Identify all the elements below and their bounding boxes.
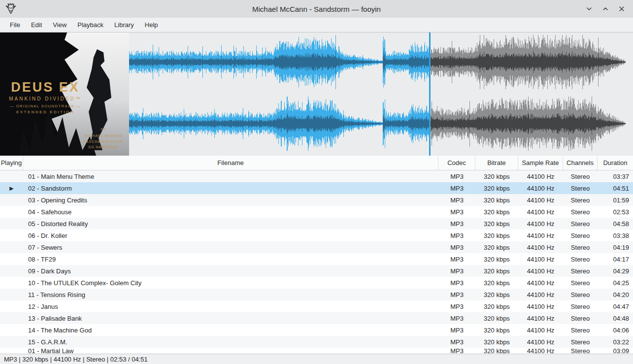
- track-duration: 03:38: [598, 230, 633, 241]
- track-filename: 02 - Sandstorm: [23, 182, 438, 194]
- track-sample-rate: 44100 Hz: [518, 182, 563, 194]
- album-art-title-block: DEUS EX MANKIND DIVIDED™ — ORIGINAL SOUN…: [7, 80, 84, 114]
- track-channels: Stereo: [563, 289, 598, 300]
- track-row[interactable]: 07 - SewersMP3320 kbps44100 HzStereo04:1…: [0, 241, 633, 253]
- column-header-playing[interactable]: Playing: [0, 156, 23, 170]
- track-bitrate: 320 kbps: [475, 300, 518, 312]
- menu-view[interactable]: View: [47, 18, 72, 32]
- playing-cell: [0, 230, 23, 241]
- track-duration: 04:17: [598, 253, 633, 265]
- maximize-button[interactable]: [601, 5, 609, 13]
- column-header-sample-rate[interactable]: Sample Rate: [518, 156, 563, 170]
- track-duration: 01:59: [598, 194, 633, 206]
- track-sample-rate: 44100 Hz: [518, 170, 563, 182]
- track-sample-rate: 44100 Hz: [518, 230, 563, 241]
- menu-playback[interactable]: Playback: [72, 18, 109, 32]
- track-filename: 09 - Dark Days: [23, 265, 438, 277]
- track-row[interactable]: 15 - G.A.R.M.MP3320 kbps44100 HzStereo03…: [0, 336, 633, 348]
- menu-library[interactable]: Library: [109, 18, 139, 32]
- album-art: DEUS EX MANKIND DIVIDED™ — ORIGINAL SOUN…: [0, 33, 129, 156]
- track-channels: Stereo: [563, 348, 598, 354]
- playing-cell: [0, 206, 23, 218]
- track-row[interactable]: 14 - The Machine GodMP3320 kbps44100 HzS…: [0, 324, 633, 336]
- track-row[interactable]: 11 - Tensions RisingMP3320 kbps44100 HzS…: [0, 289, 633, 300]
- track-codec: MP3: [438, 182, 475, 194]
- track-duration: 03:37: [598, 170, 633, 182]
- track-bitrate: 320 kbps: [475, 218, 518, 230]
- track-duration: 04:48: [598, 312, 633, 324]
- menu-help[interactable]: Help: [139, 18, 164, 32]
- track-channels: Stereo: [563, 206, 598, 218]
- playing-cell: [0, 312, 23, 324]
- track-channels: Stereo: [563, 230, 598, 241]
- track-channels: Stereo: [563, 241, 598, 253]
- album-art-soundtrack-line: — ORIGINAL SOUNDTRACK —: [7, 104, 84, 108]
- window-controls: [585, 5, 633, 13]
- track-duration: 04:25: [598, 277, 633, 289]
- track-row[interactable]: 10 - The UTULEK Complex- Golem CityMP332…: [0, 277, 633, 289]
- playing-cell: [0, 194, 23, 206]
- track-row[interactable]: 09 - Dark DaysMP3320 kbps44100 HzStereo0…: [0, 265, 633, 277]
- album-art-subtitle: MANKIND DIVIDED™: [7, 96, 84, 101]
- track-bitrate: 320 kbps: [475, 241, 518, 253]
- track-codec: MP3: [438, 289, 475, 300]
- track-bitrate: 320 kbps: [475, 289, 518, 300]
- track-row[interactable]: 06 - Dr. KollerMP3320 kbps44100 HzStereo…: [0, 230, 633, 241]
- track-row[interactable]: 12 - JanusMP3320 kbps44100 HzStereo04:47: [0, 300, 633, 312]
- track-duration: 03:22: [598, 336, 633, 348]
- track-channels: Stereo: [563, 170, 598, 182]
- track-codec: MP3: [438, 277, 475, 289]
- column-header-channels[interactable]: Channels: [563, 156, 598, 170]
- track-bitrate: 320 kbps: [475, 277, 518, 289]
- playing-cell: [0, 324, 23, 336]
- track-row[interactable]: 03 - Opening CreditsMP3320 kbps44100 HzS…: [0, 194, 633, 206]
- track-filename: 11 - Tensions Rising: [23, 289, 438, 300]
- playing-cell: [0, 170, 23, 182]
- track-codec: MP3: [438, 170, 475, 182]
- track-channels: Stereo: [563, 300, 598, 312]
- track-filename: 01 - Martial Law: [23, 348, 438, 354]
- column-header-filename[interactable]: Filename: [23, 156, 438, 170]
- fooyin-window: Michael McCann - Sandstorm — fooyin File…: [0, 0, 633, 364]
- track-codec: MP3: [438, 218, 475, 230]
- album-art-credit-line: ED HARRISON: [83, 144, 123, 150]
- column-header-bitrate[interactable]: Bitrate: [475, 156, 518, 170]
- track-codec: MP3: [438, 348, 475, 354]
- track-codec: MP3: [438, 206, 475, 218]
- track-filename: 13 - Palisade Bank: [23, 312, 438, 324]
- track-filename: 06 - Dr. Koller: [23, 230, 438, 241]
- playback-status-text: MP3 | 320 kbps | 44100 Hz | Stereo | 02:…: [4, 356, 148, 363]
- album-art-credit-line: SASCHA DIKICIYAN: [83, 139, 123, 145]
- playing-cell: ▶: [0, 182, 23, 194]
- track-row[interactable]: 01 - Main Menu ThemeMP3320 kbps44100 HzS…: [0, 170, 633, 182]
- track-row[interactable]: ▶02 - SandstormMP3320 kbps44100 HzStereo…: [0, 182, 633, 194]
- track-bitrate: 320 kbps: [475, 312, 518, 324]
- statusbar: MP3 | 320 kbps | 44100 Hz | Stereo | 02:…: [0, 354, 633, 364]
- track-row[interactable]: 05 - Distorted RealityMP3320 kbps44100 H…: [0, 218, 633, 230]
- track-filename: 12 - Janus: [23, 300, 438, 312]
- track-duration: 04:47: [598, 300, 633, 312]
- waveform-seekbar[interactable]: [129, 33, 633, 156]
- close-button[interactable]: [618, 5, 626, 13]
- playlist-header: PlayingFilenameCodecBitrateSample RateCh…: [0, 156, 633, 170]
- track-channels: Stereo: [563, 194, 598, 206]
- minimize-button[interactable]: [585, 5, 593, 13]
- track-codec: MP3: [438, 336, 475, 348]
- track-row[interactable]: 01 - Martial LawMP3320 kbps44100 HzStere…: [0, 348, 633, 354]
- track-bitrate: 320 kbps: [475, 253, 518, 265]
- track-list: 01 - Main Menu ThemeMP3320 kbps44100 HzS…: [0, 170, 633, 354]
- titlebar: Michael McCann - Sandstorm — fooyin: [0, 0, 633, 18]
- menu-edit[interactable]: Edit: [26, 18, 47, 32]
- column-header-duration[interactable]: Duration: [598, 156, 633, 170]
- track-row[interactable]: 13 - Palisade BankMP3320 kbps44100 HzSte…: [0, 312, 633, 324]
- column-header-codec[interactable]: Codec: [438, 156, 475, 170]
- menu-file[interactable]: File: [4, 18, 26, 32]
- track-sample-rate: 44100 Hz: [518, 265, 563, 277]
- album-art-edition-line: EXTENDED EDITION: [7, 110, 84, 114]
- track-codec: MP3: [438, 230, 475, 241]
- track-row[interactable]: 08 - TF29MP3320 kbps44100 HzStereo04:17: [0, 253, 633, 265]
- track-filename: 15 - G.A.R.M.: [23, 336, 438, 348]
- playing-cell: [0, 241, 23, 253]
- album-art-title: DEUS EX: [7, 80, 84, 95]
- track-row[interactable]: 04 - SafehouseMP3320 kbps44100 HzStereo0…: [0, 206, 633, 218]
